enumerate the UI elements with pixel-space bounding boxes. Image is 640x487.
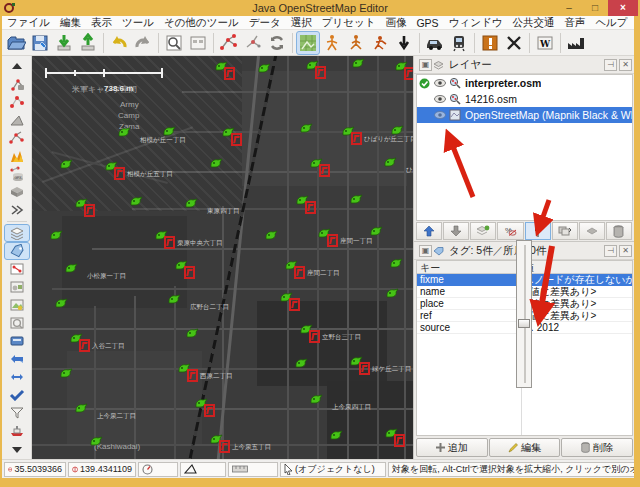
delete-layer-icon[interactable] — [606, 222, 632, 240]
split-way-icon[interactable] — [241, 31, 265, 55]
synchronize-icon[interactable] — [265, 31, 289, 55]
menu-item-7[interactable]: プリセット — [317, 16, 381, 30]
upload-icon[interactable] — [76, 31, 100, 55]
map-canvas[interactable]: 米軍キャンプ座間ArmyCampZama(Kashiwadai) 相模が丘一丁目… — [32, 56, 413, 459]
menu-item-12[interactable]: 音声 — [559, 16, 590, 30]
map-road — [404, 56, 406, 459]
visibility-eye-icon[interactable] — [432, 95, 447, 103]
menu-item-9[interactable]: GPS — [411, 17, 443, 29]
merge-layer-icon[interactable] — [470, 222, 496, 240]
filter-icon[interactable] — [4, 404, 30, 422]
toolbar-separator — [419, 33, 420, 53]
opacity-slider-handle[interactable] — [518, 319, 530, 328]
panel-stick-icon[interactable]: ⊣ — [604, 59, 617, 71]
follow-line-icon[interactable] — [4, 368, 30, 386]
public-transport-icon[interactable] — [447, 31, 471, 55]
opacity-slider-track — [524, 245, 526, 383]
notes-icon[interactable] — [4, 314, 30, 332]
toggle-layer-visibility-icon[interactable]: % — [497, 222, 523, 240]
more-tools-icon[interactable] — [4, 201, 30, 219]
conflicts-icon[interactable] — [4, 332, 30, 350]
undo-icon[interactable] — [107, 31, 131, 55]
combine-way-icon[interactable] — [217, 31, 241, 55]
move-layer-down-icon[interactable] — [443, 222, 469, 240]
angle-tool-icon[interactable] — [4, 111, 30, 129]
panel-close-icon[interactable]: ✕ — [619, 59, 632, 71]
opacity-slider-popup[interactable] — [516, 240, 532, 388]
changeset-manager-icon[interactable] — [4, 422, 30, 440]
visibility-eye-icon-faint[interactable] — [432, 111, 447, 119]
pedestrian-1-icon[interactable] — [320, 31, 344, 55]
scroll-up-icon[interactable] — [4, 57, 30, 75]
minimize-button[interactable]: – — [556, 0, 582, 16]
wikipedia-icon[interactable]: W — [533, 31, 557, 55]
tags-panel-toggle-icon[interactable] — [4, 242, 30, 260]
car-icon[interactable] — [423, 31, 447, 55]
maximize-button[interactable]: □ — [582, 0, 608, 16]
utils-tool-icon[interactable] — [4, 183, 30, 201]
imagery-icon[interactable] — [296, 31, 320, 55]
pedestrian-3-icon[interactable] — [368, 31, 392, 55]
preferences-icon[interactable] — [186, 31, 210, 55]
menu-item-4[interactable]: その他のツール — [159, 16, 244, 30]
improve-way-tool-icon[interactable] — [4, 129, 30, 147]
scroll-down-icon[interactable] — [4, 441, 30, 459]
visibility-eye-icon[interactable] — [432, 79, 447, 87]
open-icon[interactable] — [4, 31, 28, 55]
building-icon[interactable] — [564, 31, 588, 55]
menu-item-0[interactable]: ファイル — [2, 16, 55, 30]
menu-item-2[interactable]: 表示 — [86, 16, 117, 30]
delete-tag-button[interactable]: 削除 — [561, 438, 633, 457]
menu-item-11[interactable]: 公共交通 — [507, 16, 559, 30]
map-road — [287, 56, 289, 459]
menu-item-6[interactable]: 選択 — [286, 16, 317, 30]
menu-item-5[interactable]: データ — [244, 16, 286, 30]
relations-icon[interactable] — [4, 278, 30, 296]
convert-layer-icon[interactable] — [579, 222, 605, 240]
panel-collapse-icon[interactable]: ▣ — [419, 245, 432, 257]
move-layer-up-icon[interactable] — [416, 222, 442, 240]
menu-item-13[interactable]: ヘルプ — [590, 16, 632, 30]
selection-list-icon[interactable] — [4, 260, 30, 278]
duplicate-layer-icon[interactable] — [552, 222, 578, 240]
gpx-tool-icon[interactable]: GPX — [4, 165, 30, 183]
panel-close-icon[interactable]: ✕ — [619, 245, 632, 257]
add-tag-button[interactable]: 追加 — [416, 438, 488, 457]
layer-row-14216[interactable]: 14216.osm — [417, 91, 632, 107]
close-button[interactable]: × — [608, 0, 638, 16]
validation-warning-icon[interactable] — [478, 31, 502, 55]
panel-collapse-icon[interactable]: ▣ — [419, 59, 432, 71]
menu-item-1[interactable]: 編集 — [55, 16, 86, 30]
menu-item-10[interactable]: ウィンドウ — [444, 16, 508, 30]
fixme-marker-icon — [224, 67, 235, 80]
active-layer-check-icon — [417, 78, 432, 89]
select-tool-icon[interactable] — [4, 75, 30, 93]
edit-tag-button[interactable]: 編集 — [489, 438, 561, 457]
layer-row-interpreter[interactable]: interpreter.osm — [417, 75, 632, 91]
extrude-tool-icon[interactable] — [4, 147, 30, 165]
svg-text:W: W — [539, 38, 551, 48]
validator-icon[interactable] — [4, 386, 30, 404]
download-object-icon[interactable] — [162, 31, 186, 55]
command-stack-icon[interactable] — [4, 350, 30, 368]
marker-label: 座間二丁目 — [307, 269, 340, 278]
delete-icon[interactable] — [502, 31, 526, 55]
layer-opacity-icon[interactable] — [525, 222, 551, 240]
toolbar-separator — [158, 33, 159, 53]
save-icon[interactable] — [28, 31, 52, 55]
pedestrian-2-icon[interactable] — [344, 31, 368, 55]
panel-stick-icon[interactable]: ⊣ — [604, 245, 617, 257]
latitude-field: 35.5039366 — [4, 462, 66, 477]
map-paint-icon[interactable] — [4, 296, 30, 314]
map-road — [174, 286, 176, 459]
layer-row-openstreetmap[interactable]: OpenStreetMap (Mapnik Black & White) — [417, 107, 632, 123]
menu-item-8[interactable]: 画像 — [380, 16, 411, 30]
layers-panel-toggle-icon[interactable] — [4, 224, 30, 242]
fixme-marker-icon — [351, 132, 362, 145]
menu-item-3[interactable]: ツール — [117, 16, 159, 30]
redo-icon[interactable] — [131, 31, 155, 55]
download-icon[interactable] — [52, 31, 76, 55]
draw-node-tool-icon[interactable] — [4, 93, 30, 111]
marker-label: ひばりが丘五丁目 — [406, 166, 413, 175]
down-arrow-icon[interactable] — [392, 31, 416, 55]
